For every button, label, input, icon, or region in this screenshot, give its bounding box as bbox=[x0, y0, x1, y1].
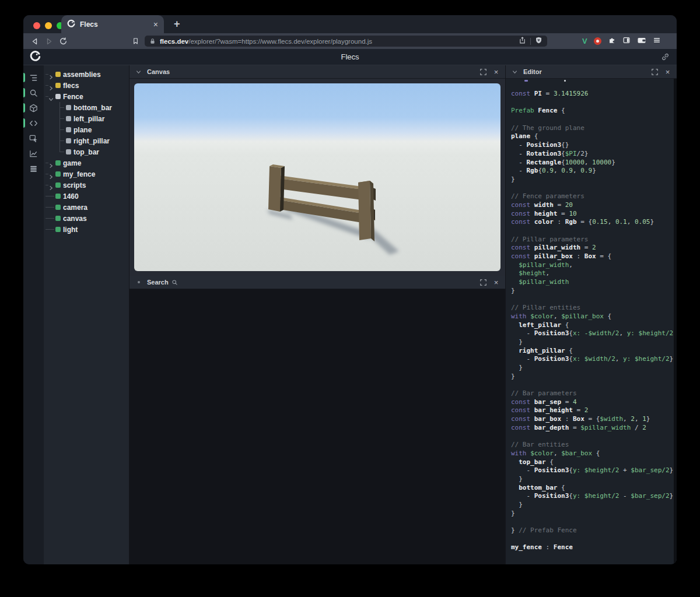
entity-kind-square bbox=[55, 83, 61, 88]
rail-item-script-editor[interactable] bbox=[23, 115, 44, 131]
entity-kind-square bbox=[66, 149, 71, 154]
entity-kind-square bbox=[55, 160, 61, 166]
tree-item-top_bar[interactable]: top_bar bbox=[44, 146, 129, 157]
3d-viewport[interactable] bbox=[134, 83, 501, 271]
code-line: $pillar_width bbox=[511, 278, 677, 287]
rail-item-search[interactable] bbox=[23, 85, 44, 100]
tree-item-label: top_bar bbox=[74, 148, 99, 156]
tree-item-camera[interactable]: camera bbox=[44, 202, 129, 213]
tab-title: Flecs bbox=[80, 20, 98, 29]
editor-panel-title: Editor bbox=[523, 68, 542, 75]
tree-item-1460[interactable]: 1460 bbox=[44, 191, 129, 202]
entity-kind-square bbox=[66, 127, 71, 132]
rail-item-entity-tree[interactable] bbox=[23, 70, 44, 85]
tree-item-my_fence[interactable]: my_fence bbox=[44, 168, 129, 180]
forward-button[interactable] bbox=[42, 34, 56, 48]
tree-item-Fence[interactable]: Fence bbox=[44, 91, 129, 102]
fullscreen-icon[interactable] bbox=[479, 278, 488, 287]
tree-item-bottom_bar[interactable]: bottom_bar bbox=[44, 102, 129, 113]
tree-guide-line bbox=[46, 207, 54, 208]
queries-icon bbox=[29, 164, 38, 173]
left-icon-rail bbox=[23, 65, 44, 564]
code-line bbox=[511, 518, 677, 526]
code-line: } bbox=[511, 287, 677, 296]
code-content: const PI = 3.1415926 Prefab Fence { // T… bbox=[506, 79, 677, 552]
new-tab-button[interactable]: + bbox=[170, 17, 184, 31]
search-panel-body[interactable] bbox=[130, 289, 505, 564]
code-line: // Pillar parameters bbox=[511, 236, 677, 244]
tree-item-label: right_pillar bbox=[74, 137, 110, 145]
tree-guide-line bbox=[46, 196, 54, 196]
rail-item-queries[interactable] bbox=[23, 161, 44, 176]
window-controls bbox=[33, 22, 64, 29]
vue-devtools-icon[interactable]: V bbox=[582, 37, 587, 45]
browser-menu-icon[interactable] bbox=[653, 36, 661, 47]
code-line: - Position3{x: -$width/2, y: $height/2} bbox=[511, 329, 677, 338]
collapse-chevron-icon[interactable] bbox=[510, 68, 519, 76]
tree-item-label: flecs bbox=[63, 82, 79, 90]
wallet-icon[interactable] bbox=[637, 36, 646, 47]
flecs-favicon-icon bbox=[67, 19, 75, 30]
tree-item-game[interactable]: game bbox=[44, 157, 129, 168]
fullscreen-icon[interactable] bbox=[650, 68, 659, 76]
fence-render bbox=[134, 83, 501, 271]
shield-icon[interactable] bbox=[535, 36, 542, 47]
back-button[interactable] bbox=[28, 34, 42, 48]
bookmark-icon[interactable] bbox=[128, 34, 142, 48]
traffic-light-minimize[interactable] bbox=[45, 22, 52, 29]
tree-item-canvas[interactable]: canvas bbox=[44, 213, 129, 224]
fullscreen-icon[interactable] bbox=[479, 68, 488, 76]
active-indicator bbox=[23, 118, 25, 128]
rail-item-scene[interactable] bbox=[23, 100, 44, 115]
code-line bbox=[511, 184, 677, 193]
url-bar[interactable]: flecs.dev/explorer/?wasm=https://www.fle… bbox=[145, 36, 547, 47]
tree-item-label: left_pillar bbox=[74, 115, 104, 123]
code-line: - Rectangle{10000, 10000} bbox=[511, 159, 677, 167]
browser-tab[interactable]: Flecs × bbox=[61, 15, 164, 33]
extensions-puzzle-icon[interactable] bbox=[608, 36, 616, 47]
tree-item-scripts[interactable]: scripts bbox=[44, 180, 129, 191]
entity-kind-square bbox=[55, 182, 61, 188]
code-line bbox=[511, 227, 677, 236]
rail-item-inspector[interactable] bbox=[23, 131, 44, 146]
code-line: } bbox=[511, 475, 677, 484]
close-panel-icon[interactable]: × bbox=[492, 68, 501, 76]
clipped-code-line bbox=[524, 80, 528, 82]
close-panel-icon[interactable]: × bbox=[663, 68, 672, 76]
extension-badge-icon[interactable] bbox=[594, 37, 601, 45]
sidebar-toggle-icon[interactable] bbox=[622, 36, 631, 47]
code-editor[interactable]: const PI = 3.1415926 Prefab Fence { // T… bbox=[506, 79, 677, 564]
rail-item-stats[interactable] bbox=[23, 146, 44, 161]
code-line: const bar_height = 2 bbox=[511, 406, 677, 415]
tree-item-plane[interactable]: plane bbox=[44, 124, 129, 135]
code-line: // Fence parameters bbox=[511, 192, 677, 201]
tree-item-assemblies[interactable]: assemblies bbox=[44, 69, 129, 80]
lock-icon bbox=[149, 36, 156, 47]
tab-close-icon[interactable]: × bbox=[153, 20, 158, 29]
close-panel-icon[interactable]: × bbox=[492, 278, 501, 287]
code-line: } bbox=[511, 175, 677, 184]
tree-item-label: light bbox=[63, 226, 78, 234]
tree-guide-line bbox=[60, 152, 64, 152]
panel-bullet-icon[interactable] bbox=[134, 278, 143, 287]
tree-item-left_pillar[interactable]: left_pillar bbox=[44, 113, 129, 124]
reload-button[interactable] bbox=[56, 34, 70, 48]
tree-item-label: canvas bbox=[63, 215, 87, 223]
code-line: const bar_box : Box = {$width, 2, 1} bbox=[511, 415, 677, 424]
divider bbox=[530, 38, 531, 45]
tree-guide-line bbox=[60, 118, 64, 119]
entity-kind-square bbox=[55, 194, 61, 199]
active-indicator bbox=[23, 103, 25, 113]
tree-item-light[interactable]: light bbox=[44, 224, 129, 235]
tree-item-right_pillar[interactable]: right_pillar bbox=[44, 135, 129, 146]
tree-item-flecs[interactable]: flecs bbox=[44, 80, 129, 91]
browser-toolbar: flecs.dev/explorer/?wasm=https://www.fle… bbox=[23, 33, 677, 49]
editor-scrollbar[interactable] bbox=[674, 79, 677, 564]
app-header: Flecs bbox=[23, 49, 677, 65]
traffic-light-close[interactable] bbox=[33, 22, 40, 29]
share-link-icon[interactable] bbox=[661, 52, 670, 64]
share-icon[interactable] bbox=[519, 36, 526, 47]
collapse-chevron-icon[interactable] bbox=[134, 68, 143, 76]
canvas-panel-title: Canvas bbox=[147, 68, 170, 75]
code-line: - Position3{y: $height/2 + $bar_sep/2} bbox=[511, 466, 677, 475]
